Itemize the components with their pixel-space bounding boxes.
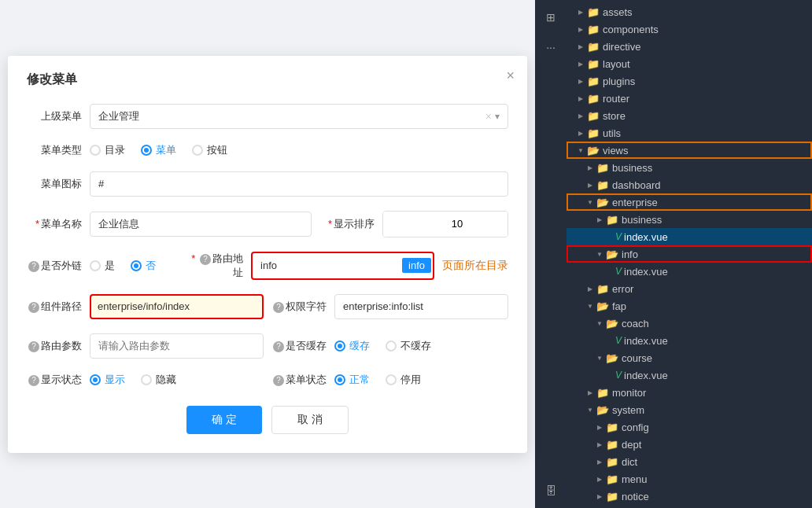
confirm-button[interactable]: 确 定: [186, 406, 262, 434]
dialog-overlay: 修改菜单 × 上级菜单 企业管理 × ▾ 菜单类型 目录 菜单: [0, 0, 535, 508]
chevron-router: [574, 94, 587, 102]
more-icon[interactable]: ···: [541, 38, 560, 57]
tree-item-assets[interactable]: 📁 assets: [567, 3, 812, 20]
radio-cache-yes[interactable]: 缓存: [334, 339, 370, 353]
radio-cache-no[interactable]: 不缓存: [386, 339, 431, 353]
tree-item-coach-index-vue[interactable]: V index.vue: [567, 332, 812, 349]
menu-type-row: 菜单类型 目录 菜单 按钮: [27, 143, 508, 157]
tree-item-store[interactable]: 📁 store: [567, 107, 812, 124]
tree-item-dashboard[interactable]: 📁 dashboard: [567, 176, 812, 193]
radio-menu[interactable]: 菜单: [141, 143, 176, 157]
tree-item-fap[interactable]: 📂 fap: [567, 297, 812, 315]
radio-show[interactable]: 显示: [90, 373, 125, 387]
tree-item-system[interactable]: 📂 system: [567, 401, 812, 418]
display-order-input[interactable]: [383, 212, 508, 237]
cancel-button[interactable]: 取 消: [271, 406, 349, 434]
radio-label-menu: 菜单: [156, 143, 176, 157]
route-params-input[interactable]: [90, 333, 264, 359]
db-icon[interactable]: 🗄: [541, 481, 560, 500]
folder-icon-monitor: 📁: [596, 387, 609, 399]
route-addr-input[interactable]: [254, 255, 399, 277]
tree-item-dept[interactable]: 📁 dept: [567, 436, 812, 453]
tree-item-post[interactable]: 📁 post: [567, 505, 812, 508]
tree-item-info-index-vue[interactable]: V index.vue: [567, 263, 812, 280]
folder-icon-info: 📂: [606, 248, 618, 260]
tree-item-utils[interactable]: 📁 utils: [567, 124, 812, 142]
menu-icon-label: 菜单图标: [27, 177, 90, 191]
tree-item-menu[interactable]: 📁 menu: [567, 470, 812, 488]
radio-circle-cache-no: [386, 341, 397, 352]
chevron-views: [574, 146, 587, 154]
radio-label-no: 否: [146, 259, 156, 273]
menu-icon-input[interactable]: [90, 171, 508, 197]
route-addr-help-icon[interactable]: ?: [200, 254, 211, 265]
cache-help-icon[interactable]: ?: [273, 341, 284, 352]
comp-path-input[interactable]: [91, 296, 262, 318]
tree-item-info[interactable]: 📂 info: [567, 245, 812, 263]
radio-hide[interactable]: 隐藏: [141, 373, 176, 387]
folder-icon-menu: 📁: [606, 473, 618, 485]
comp-path-help-icon[interactable]: ?: [28, 302, 39, 313]
radio-button[interactable]: 按钮: [192, 143, 227, 157]
comp-path-label: ?组件路径: [27, 300, 90, 314]
tree-label-enterprise: enterprise: [612, 197, 658, 208]
radio-external-no[interactable]: 否: [131, 259, 156, 273]
files-icon[interactable]: ⊞: [541, 8, 560, 27]
tree-item-enterprise-business[interactable]: 📁 business: [567, 211, 812, 228]
radio-disabled[interactable]: 停用: [386, 373, 421, 387]
folder-icon-dept: 📁: [606, 439, 618, 451]
tree-item-monitor[interactable]: 📁 monitor: [567, 384, 812, 401]
radio-label-button: 按钮: [207, 143, 227, 157]
tree-item-layout[interactable]: 📁 layout: [567, 55, 812, 72]
tree-label-dashboard: dashboard: [612, 179, 660, 191]
radio-normal[interactable]: 正常: [334, 373, 370, 387]
route-params-help-icon[interactable]: ?: [28, 341, 39, 352]
display-order-input-wrapper: ▲ ▼: [382, 211, 508, 237]
perms-help-icon[interactable]: ?: [273, 302, 284, 313]
radio-directory[interactable]: 目录: [90, 143, 125, 157]
tree-item-course-index-vue[interactable]: V index.vue: [567, 366, 812, 384]
tree-item-config[interactable]: 📁 config: [567, 418, 812, 436]
tree-item-error[interactable]: 📁 error: [567, 280, 812, 297]
folder-icon-components: 📁: [587, 24, 600, 35]
tree-item-business-index-vue[interactable]: V index.vue: [567, 228, 812, 245]
tree-item-plugins[interactable]: 📁 plugins: [567, 72, 812, 90]
tree-label-router: router: [603, 93, 629, 105]
folder-icon-views: 📂: [587, 145, 600, 156]
perms-label: ?权限字符: [271, 300, 334, 314]
tree-label-fap: fap: [612, 300, 626, 312]
radio-circle-external-yes: [90, 260, 101, 271]
tree-item-enterprise[interactable]: 📂 enterprise: [567, 193, 812, 211]
external-help-icon[interactable]: ?: [28, 261, 39, 272]
radio-label-yes: 是: [105, 259, 115, 273]
chevron-coach: [593, 319, 606, 327]
menu-status-help-icon[interactable]: ?: [273, 375, 284, 386]
tree-item-coach[interactable]: 📂 coach: [567, 315, 812, 332]
chevron-layout: [574, 60, 587, 68]
chevron-assets: [574, 8, 587, 16]
display-status-col: ?显示状态 显示 隐藏: [27, 373, 264, 387]
tree-item-router[interactable]: 📁 router: [567, 90, 812, 107]
select-clear-icon[interactable]: ×: [485, 110, 492, 123]
chevron-store: [574, 112, 587, 120]
tree-item-dict[interactable]: 📁 dict: [567, 453, 812, 470]
tree-item-views-business[interactable]: 📁 business: [567, 159, 812, 176]
vue-icon-coach-index: V: [615, 335, 622, 346]
tree-item-components[interactable]: 📁 components: [567, 20, 812, 38]
menu-name-input[interactable]: [90, 212, 312, 237]
close-button[interactable]: ×: [506, 68, 515, 83]
tree-item-course[interactable]: 📂 course: [567, 349, 812, 366]
parent-menu-label: 上级菜单: [27, 109, 90, 123]
parent-menu-select[interactable]: 企业管理 × ▾: [90, 104, 508, 129]
display-status-help-icon[interactable]: ?: [28, 375, 39, 386]
file-tree-panel[interactable]: 📁 assets 📁 components 📁 directive 📁 layo…: [567, 0, 812, 508]
menu-name-col: 菜单名称: [27, 212, 312, 237]
chevron-utils: [574, 129, 587, 137]
tree-item-notice[interactable]: 📁 notice: [567, 488, 812, 505]
tree-item-directive[interactable]: 📁 directive: [567, 38, 812, 55]
radio-external-yes[interactable]: 是: [90, 259, 115, 273]
tree-item-views[interactable]: 📂 views: [567, 142, 812, 159]
chevron-enterprise: [584, 198, 596, 206]
perms-input[interactable]: [334, 294, 508, 319]
external-radio-group: 是 否: [90, 259, 156, 273]
